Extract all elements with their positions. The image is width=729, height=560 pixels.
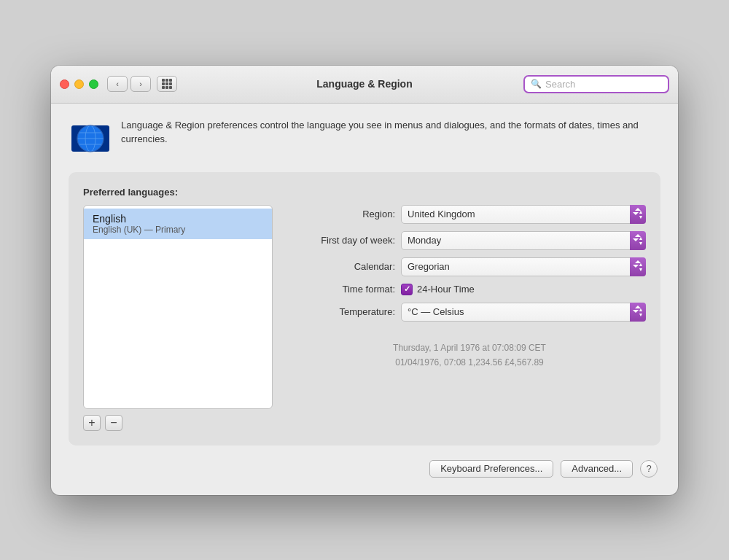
calendar-select-wrapper: Gregorian	[401, 257, 646, 276]
panel-body: English English (UK) — Primary + − Regio…	[83, 205, 646, 431]
time-format-text: 24-Hour Time	[417, 284, 475, 295]
first-day-select[interactable]: Monday	[401, 231, 646, 250]
language-list-section: English English (UK) — Primary + −	[83, 205, 273, 431]
preview-area: Thursday, 1 April 1976 at 07:08:09 CET 0…	[293, 341, 646, 370]
main-panel: Preferred languages: English English (UK…	[69, 172, 660, 446]
temperature-select[interactable]: °C — Celsius	[401, 303, 646, 322]
language-listbox[interactable]: English English (UK) — Primary	[83, 205, 273, 409]
first-day-select-wrapper: Monday	[401, 231, 646, 250]
list-controls: + −	[83, 415, 273, 431]
system-preferences-window: ‹ › Language & Region 🔍	[51, 66, 678, 495]
time-format-checkbox[interactable]: ✓	[401, 284, 413, 295]
search-input[interactable]	[545, 79, 662, 90]
calendar-label: Calendar:	[293, 261, 395, 272]
preview-line1: Thursday, 1 April 1976 at 07:08:09 CET	[293, 341, 646, 355]
maximize-button[interactable]	[89, 79, 98, 89]
description-text: Language & Region preferences control th…	[121, 118, 658, 147]
nav-buttons: ‹ ›	[107, 76, 177, 92]
minimize-button[interactable]	[74, 79, 84, 89]
region-row: Region: United Kingdom	[293, 205, 646, 224]
temperature-select-wrapper: °C — Celsius	[401, 303, 646, 322]
settings-area: Region: United Kingdom First day of	[293, 205, 646, 431]
grid-icon	[162, 79, 172, 89]
help-button[interactable]: ?	[640, 460, 658, 478]
globe-icon	[71, 120, 109, 158]
time-format-checkbox-label[interactable]: ✓ 24-Hour Time	[401, 284, 475, 295]
window-title: Language & Region	[316, 78, 412, 90]
forward-button[interactable]: ›	[130, 76, 151, 92]
language-item-subtitle: English (UK) — Primary	[93, 225, 263, 235]
grid-view-button[interactable]	[157, 76, 177, 92]
add-language-button[interactable]: +	[83, 415, 101, 431]
search-box[interactable]: 🔍	[523, 75, 669, 93]
advanced-button[interactable]: Advanced...	[561, 460, 633, 478]
bottom-buttons: Keyboard Preferences... Advanced... ?	[69, 460, 660, 478]
temperature-row: Temperature: °C — Celsius	[293, 303, 646, 322]
language-item-name: English	[93, 213, 263, 225]
calendar-row: Calendar: Gregorian	[293, 257, 646, 276]
back-button[interactable]: ‹	[107, 76, 128, 92]
preview-line2: 01/04/1976, 07:08 1,234.56 £4,567.89	[293, 355, 646, 370]
titlebar: ‹ › Language & Region 🔍	[51, 66, 678, 104]
description-area: Language & Region preferences control th…	[69, 118, 660, 158]
search-icon: 🔍	[531, 79, 542, 89]
close-button[interactable]	[60, 79, 69, 89]
region-label: Region:	[293, 209, 395, 219]
panel-title: Preferred languages:	[83, 187, 646, 198]
region-select[interactable]: United Kingdom	[401, 205, 646, 224]
keyboard-preferences-button[interactable]: Keyboard Preferences...	[429, 460, 553, 478]
traffic-lights	[60, 79, 98, 89]
time-format-label: Time format:	[293, 284, 395, 295]
time-format-row: Time format: ✓ 24-Hour Time	[293, 284, 646, 295]
first-day-row: First day of week: Monday	[293, 231, 646, 250]
remove-language-button[interactable]: −	[105, 415, 122, 431]
checkmark-icon: ✓	[404, 285, 410, 293]
content-area: Language & Region preferences control th…	[51, 104, 678, 495]
temperature-label: Temperature:	[293, 306, 395, 317]
language-item[interactable]: English English (UK) — Primary	[84, 209, 272, 239]
region-select-wrapper: United Kingdom	[401, 205, 646, 224]
calendar-select[interactable]: Gregorian	[401, 257, 646, 276]
first-day-label: First day of week:	[293, 235, 395, 246]
